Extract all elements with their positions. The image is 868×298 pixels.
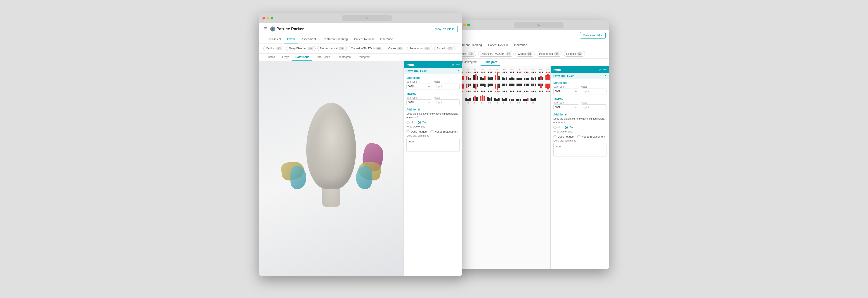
perio-bottom-numbers-row: 4-2 4-1 3-1 3-2 3-3 3-4 3-5 3-6 3-7 3-8: [457, 102, 549, 104]
nav-assessment[interactable]: Assesment: [298, 35, 319, 44]
w2-nav-insurance[interactable]: Insurance: [511, 41, 530, 49]
nav-insurance[interactable]: Insurance: [377, 35, 396, 44]
w2-sub-nav-periogram[interactable]: Periogram: [480, 59, 500, 66]
form-collapse-icon[interactable]: ∧: [458, 70, 460, 73]
w2-soft-tissue-notes-input[interactable]: [581, 88, 607, 94]
w2-pill-caries[interactable]: Caries 21: [515, 51, 535, 57]
pbar: [491, 77, 493, 80]
w2-thyroid-subtype-select[interactable]: WNL: [553, 104, 579, 110]
w2-radio-yes[interactable]: Yes: [565, 126, 574, 129]
w2-maximize-button[interactable]: [467, 24, 470, 26]
pbar: [482, 84, 484, 86]
pbar: [488, 77, 489, 80]
w2-sub-nav-odontogram[interactable]: Odontogram: [459, 59, 480, 66]
sub-nav-hard-tissue[interactable]: Hard Tissue: [312, 54, 333, 61]
pill-caries[interactable]: Caries 21: [386, 46, 405, 51]
pdot: [475, 72, 476, 73]
tooth-b-23-dots: [537, 90, 544, 92]
sub-nav-odontogram[interactable]: Odontogram: [333, 54, 355, 61]
pill-biomechanical[interactable]: Biomechanical 25: [317, 46, 346, 51]
thyroid-notes-input[interactable]: [434, 100, 460, 105]
minimize-button[interactable]: [267, 17, 269, 20]
sub-nav-periogram[interactable]: Periogram: [355, 54, 373, 61]
w2-pills: nical 25 Occlusion/TMJ/Orth 87 Caries 21…: [456, 49, 609, 59]
w2-radio-does-not-use[interactable]: Does not use: [553, 135, 574, 138]
tooth-bar2-13: [501, 84, 508, 86]
w2-form-collapse-icon[interactable]: ∧: [604, 75, 607, 78]
perio-dots-inner-1: [458, 72, 550, 73]
w2-pill-periodontal[interactable]: Periodontal 44: [537, 51, 562, 57]
nav-preclinical[interactable]: Pre-clinical: [264, 35, 284, 44]
sub-nav-xrays[interactable]: X-rays: [278, 54, 292, 61]
pill-medical[interactable]: Medical 62: [264, 46, 284, 51]
radio-no-circle[interactable]: [406, 121, 410, 124]
pill-esthetic[interactable]: Esthetic 67: [434, 46, 456, 51]
pill-sleep-disorder[interactable]: Sleep Disorder 48: [286, 46, 316, 51]
tooth-bar-22: [530, 77, 537, 80]
maximize-button[interactable]: [271, 17, 273, 20]
soft-tissue-subtype-select[interactable]: WNL: [406, 84, 432, 89]
tooth-24-dots: [545, 72, 550, 73]
pbar: [482, 78, 484, 80]
radio-no[interactable]: No: [406, 121, 414, 124]
w2-view-preintake-button[interactable]: View Pre-Intake: [580, 32, 606, 38]
pdot: [502, 72, 504, 73]
form-expand-icon[interactable]: ⤢: [452, 63, 455, 66]
w2-radio-no-circle[interactable]: [553, 126, 557, 129]
nav-exam[interactable]: Exam: [284, 35, 298, 44]
nav-treatment-planning[interactable]: Treatment Planning: [319, 35, 351, 44]
pbar: [482, 94, 483, 101]
w2-minimize-button[interactable]: [463, 24, 466, 26]
pbar: [535, 77, 536, 80]
extra-comments-textarea[interactable]: [406, 138, 460, 152]
tooth-bar-15: [487, 77, 493, 80]
pdot: [481, 90, 482, 92]
pill-periodontal[interactable]: Periodontal 44: [407, 46, 432, 51]
radio-dnu-label: Does not use: [411, 130, 427, 133]
radio-yes-circle[interactable]: [418, 121, 421, 124]
w2-search-icon: 🔍: [537, 24, 540, 27]
perio-num-23: 2-3: [537, 68, 544, 70]
form-minimize-icon[interactable]: —: [456, 63, 460, 66]
pill-occlusion[interactable]: Occlusion/TMJ/Orth 87: [348, 46, 384, 51]
radio-does-not-use[interactable]: Does not use: [406, 130, 427, 133]
patient-name-section: 👤 Patrice Parker: [270, 27, 432, 31]
w2-form-expand-icon[interactable]: ⤢: [599, 68, 601, 71]
view-preintake-button[interactable]: View Pre-Intake: [432, 26, 458, 32]
thyroid-subtype-select[interactable]: WNL: [406, 100, 432, 105]
w2-radio-needs-replacement[interactable]: Needs replacement: [577, 135, 605, 138]
radio-dnu-circle[interactable]: [406, 130, 410, 133]
pdot: [484, 72, 485, 73]
url-bar[interactable]: 🔍: [342, 16, 392, 21]
pbar: [475, 84, 476, 89]
w2-radio-no[interactable]: No: [553, 126, 561, 129]
w2-thyroid-notes-input[interactable]: [581, 104, 607, 110]
pbar: [489, 98, 491, 101]
w2-url-bar[interactable]: 🔍: [514, 22, 563, 28]
perio-num-14: 1-4: [494, 68, 500, 70]
w2-nav-patient-review[interactable]: Patient Review: [485, 41, 511, 49]
w2-pill-occlusion[interactable]: Occlusion/TMJ/Orth 87: [478, 51, 514, 57]
close-button[interactable]: [262, 17, 265, 20]
radio-needs-replacement[interactable]: Needs replacement: [430, 130, 458, 133]
pdot: [533, 90, 534, 92]
w2-radio-nr-circle[interactable]: [577, 135, 581, 138]
pbar: [540, 84, 541, 88]
sub-nav-photos[interactable]: Photos: [264, 54, 278, 61]
pbar: [469, 98, 471, 101]
w2-form-minimize-icon[interactable]: —: [603, 68, 607, 71]
radio-yes[interactable]: Yes: [418, 121, 427, 124]
w2-extra-comments-textarea[interactable]: [553, 143, 607, 157]
w2-radio-dnu-circle[interactable]: [553, 135, 557, 138]
soft-tissue-notes-input[interactable]: [434, 84, 460, 89]
sub-nav-soft-tissue[interactable]: Soft tissue: [292, 54, 312, 61]
hamburger-menu-icon[interactable]: ☰: [264, 27, 267, 31]
w2-soft-tissue-subtype-select[interactable]: WNL: [553, 88, 579, 94]
w2-nav-treatment[interactable]: tment Planning: [459, 41, 485, 49]
w2-pill-esthetic[interactable]: Esthetic 67: [564, 51, 585, 57]
nav-patient-review[interactable]: Patient Review: [351, 35, 377, 44]
pdot: [477, 90, 478, 92]
w2-radio-yes-circle[interactable]: [565, 126, 568, 129]
radio-nr-circle[interactable]: [430, 130, 434, 133]
w2-url-bar-container: 🔍: [472, 22, 606, 28]
